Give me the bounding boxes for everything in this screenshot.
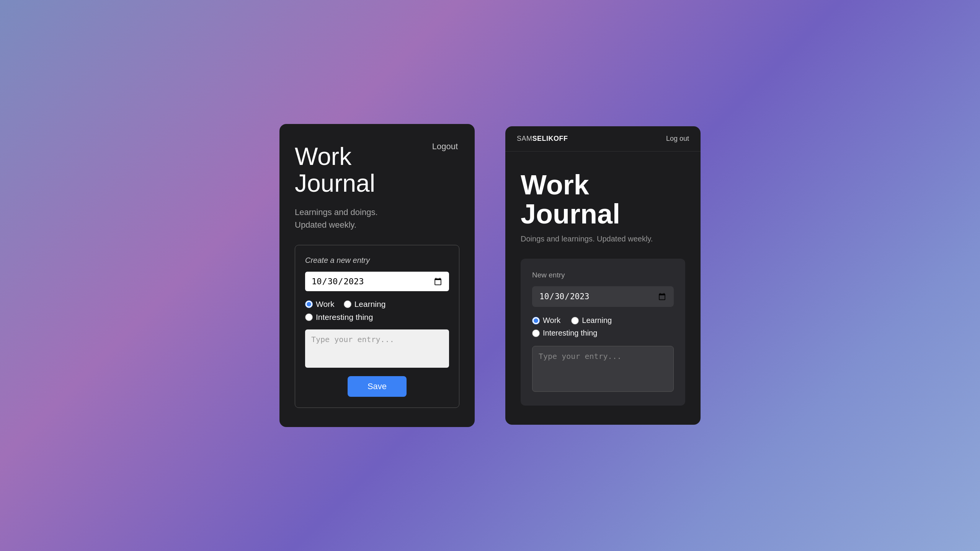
left-save-button[interactable]: Save <box>348 376 407 397</box>
left-radio-interesting-label: Interesting thing <box>316 313 373 322</box>
left-radio-learning-label: Learning <box>354 300 386 309</box>
left-form-label: Create a new entry <box>305 256 449 265</box>
brand-light-text: SAM <box>517 135 532 142</box>
right-radio-work[interactable]: Work <box>532 316 560 325</box>
left-radio-group: Work Learning Interesting thing <box>305 300 449 322</box>
left-radio-interesting[interactable]: Interesting thing <box>305 313 373 322</box>
right-radio-interesting-input[interactable] <box>532 329 540 337</box>
right-body: Work Journal Doings and learnings. Updat… <box>505 152 701 425</box>
left-radio-interesting-input[interactable] <box>305 313 313 321</box>
right-radio-learning-input[interactable] <box>571 317 579 324</box>
right-radio-group: Work Learning Interesting thing <box>532 316 674 337</box>
right-logout-button[interactable]: Log out <box>666 135 689 143</box>
brand-bold-text: SELIKOFF <box>532 135 568 142</box>
left-radio-learning[interactable]: Learning <box>344 300 386 309</box>
left-radio-learning-input[interactable] <box>344 300 351 308</box>
left-radio-work-label: Work <box>316 300 335 309</box>
right-radio-interesting[interactable]: Interesting thing <box>532 329 597 337</box>
right-form-label: New entry <box>532 271 674 279</box>
right-radio-work-input[interactable] <box>532 317 540 324</box>
right-entry-textarea[interactable] <box>532 346 674 392</box>
right-panel: SAMSELIKOFF Log out Work Journal Doings … <box>505 126 701 425</box>
left-logout-button[interactable]: Logout <box>432 142 458 152</box>
right-radio-learning-label: Learning <box>582 316 612 325</box>
left-radio-work[interactable]: Work <box>305 300 335 309</box>
brand-logo: SAMSELIKOFF <box>517 135 568 143</box>
right-new-entry-box: New entry Work Learning Interesting thin… <box>521 259 685 406</box>
right-header: SAMSELIKOFF Log out <box>505 126 701 152</box>
left-entry-textarea[interactable] <box>305 329 449 368</box>
right-radio-work-label: Work <box>543 316 560 325</box>
right-title: Work Journal <box>521 171 685 228</box>
left-create-entry-box: Create a new entry Work Learning Interes… <box>295 245 459 408</box>
right-date-input[interactable] <box>532 286 674 307</box>
right-radio-learning[interactable]: Learning <box>571 316 612 325</box>
left-radio-work-input[interactable] <box>305 300 313 308</box>
left-date-input[interactable] <box>305 272 449 291</box>
left-subtitle: Learnings and doings.Updated weekly. <box>295 206 459 231</box>
right-radio-interesting-label: Interesting thing <box>543 329 597 337</box>
right-subtitle: Doings and learnings. Updated weekly. <box>521 235 685 243</box>
left-panel: Logout WorkJournal Learnings and doings.… <box>279 124 475 427</box>
